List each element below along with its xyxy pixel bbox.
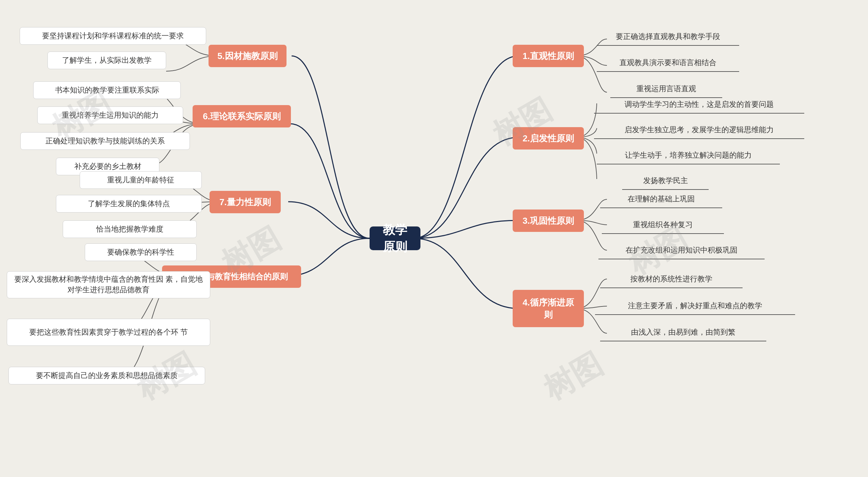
- branch-r3: 3.巩固性原则: [513, 210, 584, 232]
- leaf-r4-3: 由浅入深，由易到难，由简到繁: [600, 324, 766, 341]
- branch-r4: 4.循序渐进原 则: [513, 290, 584, 327]
- center-node: 教学原则: [370, 226, 420, 250]
- leaf-r2-1: 调动学生学习的主动性，这是启发的首要问题: [594, 96, 804, 114]
- leaf-r4-2: 注意主要矛盾，解决好重点和难点的教学: [595, 297, 795, 315]
- leaf-5-1: 要坚持课程计划和学科课程标准的统一要求: [20, 27, 206, 45]
- leaf-7-3: 恰当地把握教学难度: [63, 220, 197, 238]
- leaf-r3-2: 重视组织各种复习: [602, 216, 724, 234]
- leaf-r2-2: 启发学生独立思考，发展学生的逻辑思维能力: [594, 121, 804, 139]
- branch-r1: 1.直观性原则: [513, 45, 584, 67]
- leaf-r1-3: 重视运用言语直观: [610, 80, 722, 98]
- leaf-r2-3: 让学生动手，培养独立解决问题的能力: [597, 147, 780, 164]
- branch-5: 5.因材施教原则: [209, 45, 287, 67]
- leaf-7-2: 了解学生发展的集体特点: [56, 195, 202, 213]
- leaf-r3-3: 在扩充改组和运用知识中积极巩固: [598, 242, 765, 259]
- branch-6: 6.理论联系实际原则: [193, 105, 291, 127]
- leaf-6-1: 书本知识的教学要注重联系实际: [33, 81, 181, 99]
- leaf-8-1: 要确保教学的科学性: [85, 243, 197, 261]
- mindmap-container: 树图 树图 树图 树图 树图 树图: [0, 0, 868, 477]
- watermark-6: 树图: [536, 343, 610, 410]
- leaf-r4-1: 按教材的系统性进行教学: [600, 271, 743, 288]
- leaf-7-1: 重视儿童的年龄特征: [80, 171, 202, 189]
- leaf-r1-1: 要正确选择直观教具和教学手段: [597, 28, 739, 46]
- leaf-8-3: 要把这些教育性因素贯穿于教学过程的各个环 节: [7, 319, 210, 346]
- leaf-8-2: 要深入发掘教材和教学情境中蕴含的教育性因 素，自觉地对学生进行思想品德教育: [7, 271, 210, 298]
- leaf-r1-2: 直观教具演示要和语言相结合: [597, 54, 739, 72]
- leaf-6-3: 正确处理知识教学与技能训练的关系: [20, 132, 190, 150]
- branch-7: 7.量力性原则: [210, 191, 281, 213]
- leaf-r2-4: 发扬教学民主: [622, 172, 709, 190]
- leaf-6-2: 重视培养学生运用知识的能力: [37, 106, 183, 124]
- leaf-5-2: 了解学生，从实际出发教学: [47, 52, 166, 69]
- leaf-8-4: 要不断提高自己的业务素质和思想品德素质: [8, 367, 205, 384]
- leaf-r3-1: 在理解的基础上巩固: [600, 191, 722, 208]
- branch-r2: 2.启发性原则: [513, 127, 584, 150]
